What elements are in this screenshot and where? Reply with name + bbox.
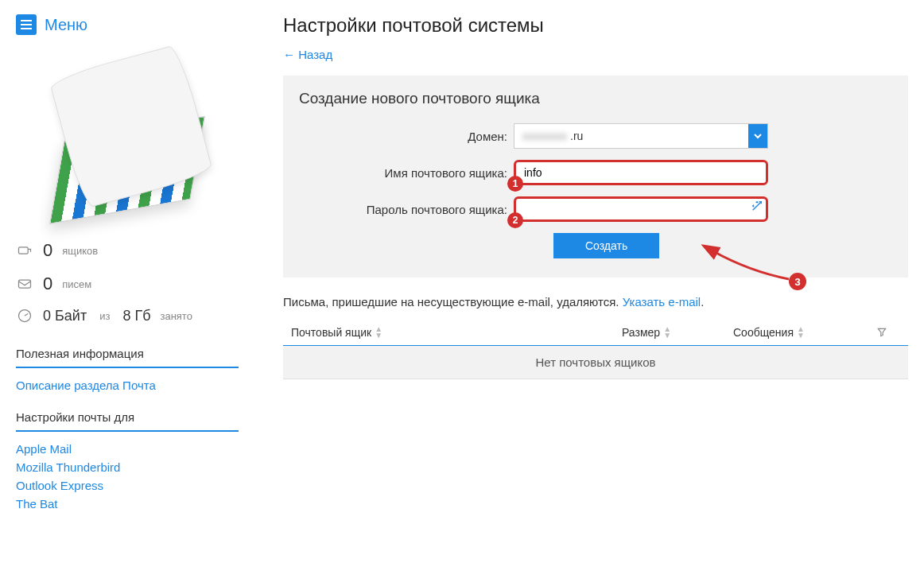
gauge-icon	[16, 307, 33, 324]
mailbox-password-label: Пароль почтового ящика:	[299, 203, 514, 216]
col-mailbox[interactable]: Почтовый ящик ▲▼	[291, 326, 622, 339]
annotation-badge-3: 3	[789, 273, 806, 290]
col-size[interactable]: Размер ▲▼	[622, 326, 733, 339]
panel-title: Создание нового почтового ящика	[299, 90, 892, 107]
domain-label: Домен:	[299, 130, 514, 143]
mail-illustration	[24, 51, 231, 218]
mailbox-icon	[16, 242, 33, 259]
useful-links: Описание раздела Почта	[16, 376, 239, 394]
col-messages-label: Сообщения	[733, 326, 794, 339]
specify-email-link[interactable]: Указать e-mail	[623, 295, 701, 309]
col-mailbox-label: Почтовый ящик	[291, 326, 371, 339]
mailbox-password-row: Пароль почтового ящика: 2	[299, 196, 892, 222]
page-title: Настройки почтовой системы	[283, 14, 908, 37]
stats-block: 0 ящиков 0 писем 0 Байт из 8 Гб занято	[16, 234, 239, 331]
sort-icon: ▲▼	[663, 326, 671, 339]
mailbox-name-row: Имя почтового ящика: 1	[299, 160, 892, 185]
stat-mailboxes: 0 ящиков	[16, 234, 239, 267]
letters-label: писем	[62, 278, 91, 290]
mailboxes-count: 0	[43, 240, 52, 261]
mailboxes-label: ящиков	[62, 245, 98, 257]
link-outlook-express[interactable]: Outlook Express	[16, 476, 239, 495]
mailbox-password-input[interactable]	[514, 196, 768, 222]
svg-rect-0	[19, 247, 29, 254]
hamburger-icon	[16, 14, 37, 35]
chevron-down-icon	[748, 124, 767, 148]
col-size-label: Размер	[622, 326, 660, 339]
info-text-prefix: Письма, пришедшие на несуществующие e-ma…	[283, 295, 623, 309]
create-button[interactable]: Создать	[553, 233, 659, 258]
storage-used: 0 Байт	[43, 308, 87, 324]
link-apple-mail[interactable]: Apple Mail	[16, 440, 239, 458]
domain-blurred: xxxxxxxx	[522, 130, 567, 142]
mailbox-table-header: Почтовый ящик ▲▼ Размер ▲▼ Сообщения ▲▼	[283, 320, 908, 346]
sort-icon: ▲▼	[797, 326, 805, 339]
sort-icon: ▲▼	[375, 326, 382, 339]
letters-count: 0	[43, 274, 52, 294]
storage-mid: из	[99, 310, 110, 322]
empty-mailboxes-row: Нет почтовых ящиков	[283, 346, 908, 379]
mail-settings-title: Настройки почты для	[16, 402, 239, 432]
link-thunderbird[interactable]: Mozilla Thunderbird	[16, 458, 239, 476]
info-period: .	[701, 295, 704, 309]
envelope-icon	[16, 275, 33, 293]
storage-total: 8 Гб	[122, 308, 150, 324]
annotation-badge-2: 2	[507, 212, 523, 228]
filter-icon[interactable]	[876, 327, 900, 338]
client-links: Apple Mail Mozilla Thunderbird Outlook E…	[16, 440, 239, 513]
mailbox-name-label: Имя почтового ящика:	[299, 166, 514, 180]
col-messages[interactable]: Сообщения ▲▼	[733, 326, 876, 339]
back-link[interactable]: ← Назад	[283, 48, 332, 61]
link-the-bat[interactable]: The Bat	[16, 495, 239, 513]
domain-suffix: .ru	[570, 130, 583, 142]
menu-button[interactable]: Меню	[16, 14, 239, 35]
generate-password-icon[interactable]	[751, 200, 763, 215]
info-text: Письма, пришедшие на несуществующие e-ma…	[283, 295, 908, 309]
stat-storage: 0 Байт из 8 Гб занято	[16, 301, 239, 331]
svg-rect-1	[19, 280, 31, 288]
menu-label: Меню	[45, 16, 87, 34]
useful-info-title: Полезная информация	[16, 339, 239, 368]
mailbox-name-input[interactable]	[514, 160, 768, 185]
domain-select[interactable]: xxxxxxxx .ru	[514, 123, 768, 149]
submit-row: Создать	[299, 233, 892, 258]
domain-row: Домен: xxxxxxxx .ru	[299, 123, 892, 149]
create-mailbox-panel: Создание нового почтового ящика Домен: x…	[283, 76, 908, 278]
annotation-badge-1: 1	[507, 176, 523, 192]
storage-suffix: занято	[160, 310, 192, 322]
link-mail-description[interactable]: Описание раздела Почта	[16, 376, 239, 394]
stat-letters: 0 писем	[16, 267, 239, 301]
